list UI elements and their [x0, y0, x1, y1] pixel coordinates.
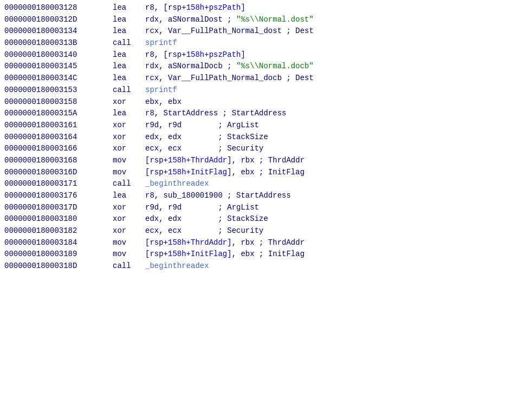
code-line: 000000018000313B call sprintf	[0, 37, 532, 49]
operands: r9d, r9d ; ArgList	[145, 202, 528, 214]
mnemonic: xor	[113, 143, 145, 155]
mnemonic: call	[113, 260, 145, 272]
operands: ebx, ebx	[145, 96, 528, 108]
operands: r8, sub_180001900 ; StartAddress	[145, 190, 528, 202]
address: 000000018000314C	[4, 73, 113, 84]
code-line: 0000000180003158 xor ebx, ebx	[0, 96, 532, 108]
address: 000000018000313B	[4, 37, 113, 49]
code-line: 0000000180003153 call sprintf	[0, 84, 532, 96]
operands: r9d, r9d ; ArgList	[145, 120, 528, 132]
operands: rcx, Var__FullPath_Normal_dost ; Dest	[145, 25, 528, 37]
mnemonic: lea	[113, 190, 145, 202]
operands: _beginthreadex	[145, 260, 528, 272]
address: 0000000180003180	[4, 213, 113, 225]
code-line: 0000000180003161 xor r9d, r9d ; ArgList	[0, 120, 532, 132]
mnemonic: call	[113, 178, 145, 190]
address: 0000000180003145	[4, 61, 113, 73]
address: 0000000180003184	[4, 237, 113, 249]
mnemonic: xor	[113, 132, 145, 143]
address: 0000000180003189	[4, 249, 113, 260]
code-line: 0000000180003168 mov [rsp+158h+ThrdAddr]…	[0, 155, 532, 167]
code-line: 000000018000315A lea r8, StartAddress ; …	[0, 108, 532, 120]
code-line: 000000018000312D lea rdx, aSNormalDost ;…	[0, 14, 532, 26]
operands: rcx, Var__FullPath_Normal_docb ; Dest	[145, 73, 528, 84]
mnemonic: lea	[113, 61, 145, 73]
operands: [rsp+158h+ThrdAddr], rbx ; ThrdAddr	[145, 237, 528, 249]
operands: [rsp+158h+InitFlag], ebx ; InitFlag	[145, 249, 528, 260]
code-line: 0000000180003164 xor edx, edx ; StackSiz…	[0, 132, 532, 143]
code-line: 0000000180003171 call _beginthreadex	[0, 178, 532, 190]
address: 000000018000312D	[4, 14, 113, 26]
disassembly-view: 0000000180003128 lea r8, [rsp+158h+pszPa…	[0, 0, 532, 418]
operands: rdx, aSNormalDocb ; "%s\\Normal.docb"	[145, 61, 528, 73]
mnemonic: xor	[113, 225, 145, 237]
code-line: 000000018000316D mov [rsp+158h+InitFlag]…	[0, 167, 532, 179]
address: 000000018000315A	[4, 108, 113, 120]
mnemonic: lea	[113, 108, 145, 120]
mnemonic: xor	[113, 213, 145, 225]
mnemonic: xor	[113, 96, 145, 108]
code-line: 0000000180003145 lea rdx, aSNormalDocb ;…	[0, 61, 532, 73]
code-line: 0000000180003184 mov [rsp+158h+ThrdAddr]…	[0, 237, 532, 249]
address: 0000000180003166	[4, 143, 113, 155]
mnemonic: lea	[113, 2, 145, 14]
address: 0000000180003134	[4, 25, 113, 37]
operands: r8, [rsp+158h+pszPath]	[145, 2, 528, 14]
address: 000000018000316D	[4, 167, 113, 179]
operands: edx, edx ; StackSize	[145, 213, 528, 225]
mnemonic: mov	[113, 167, 145, 179]
address: 0000000180003176	[4, 190, 113, 202]
operands: rdx, aSNormalDost ; "%s\\Normal.dost"	[145, 14, 528, 26]
code-line: 000000018000317D xor r9d, r9d ; ArgList	[0, 202, 532, 214]
address: 000000018000318D	[4, 260, 113, 272]
operands: r8, [rsp+158h+pszPath]	[145, 49, 528, 61]
mnemonic: lea	[113, 73, 145, 84]
address: 0000000180003161	[4, 120, 113, 132]
code-line: 0000000180003128 lea r8, [rsp+158h+pszPa…	[0, 2, 532, 14]
operands: ecx, ecx ; Security	[145, 225, 528, 237]
mnemonic: lea	[113, 25, 145, 37]
mnemonic: xor	[113, 120, 145, 132]
address: 000000018000317D	[4, 202, 113, 214]
code-line: 000000018000314C lea rcx, Var__FullPath_…	[0, 73, 532, 84]
address: 0000000180003171	[4, 178, 113, 190]
mnemonic: mov	[113, 237, 145, 249]
mnemonic: xor	[113, 202, 145, 214]
code-line: 0000000180003166 xor ecx, ecx ; Security	[0, 143, 532, 155]
operands: sprintf	[145, 84, 528, 96]
operands: [rsp+158h+InitFlag], ebx ; InitFlag	[145, 167, 528, 179]
operands: _beginthreadex	[145, 178, 528, 190]
mnemonic: mov	[113, 249, 145, 260]
address: 0000000180003164	[4, 132, 113, 143]
address: 0000000180003153	[4, 84, 113, 96]
operands: [rsp+158h+ThrdAddr], rbx ; ThrdAddr	[145, 155, 528, 167]
address: 0000000180003140	[4, 49, 113, 61]
code-line: 0000000180003189 mov [rsp+158h+InitFlag]…	[0, 249, 532, 260]
code-line: 0000000180003180 xor edx, edx ; StackSiz…	[0, 213, 532, 225]
code-line: 0000000180003176 lea r8, sub_180001900 ;…	[0, 190, 532, 202]
address: 0000000180003182	[4, 225, 113, 237]
mnemonic: call	[113, 84, 145, 96]
operands: ecx, ecx ; Security	[145, 143, 528, 155]
operands: edx, edx ; StackSize	[145, 132, 528, 143]
code-line: 0000000180003182 xor ecx, ecx ; Security	[0, 225, 532, 237]
code-line: 000000018000318D call _beginthreadex	[0, 260, 532, 272]
code-line: 0000000180003140 lea r8, [rsp+158h+pszPa…	[0, 49, 532, 61]
operands: sprintf	[145, 37, 528, 49]
address: 0000000180003158	[4, 96, 113, 108]
operands: r8, StartAddress ; StartAddress	[145, 108, 528, 120]
address: 0000000180003128	[4, 2, 113, 14]
mnemonic: mov	[113, 155, 145, 167]
code-line: 0000000180003134 lea rcx, Var__FullPath_…	[0, 25, 532, 37]
mnemonic: lea	[113, 14, 145, 26]
address: 0000000180003168	[4, 155, 113, 167]
mnemonic: call	[113, 37, 145, 49]
mnemonic: lea	[113, 49, 145, 61]
